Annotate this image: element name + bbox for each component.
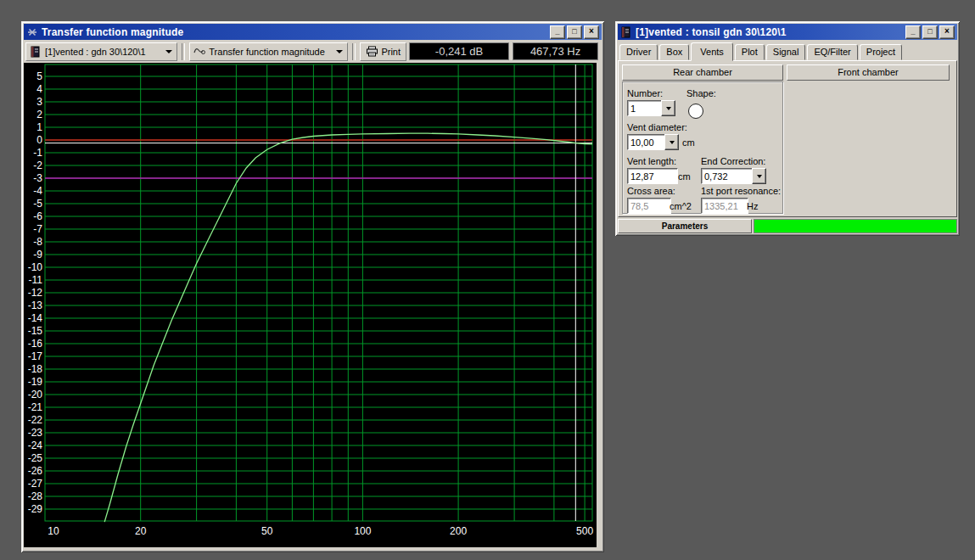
y-tick-label: -8 <box>33 236 42 248</box>
end-correction-field[interactable]: 0,732 <box>701 168 757 184</box>
transfer-function-window: Transfer function magnitude _ □ × [1]ven… <box>21 21 604 552</box>
project-book-icon <box>30 46 42 58</box>
y-tick-label: -20 <box>28 389 43 400</box>
y-tick-label: -17 <box>28 350 43 362</box>
y-tick-label: -21 <box>28 401 43 413</box>
y-tick-label: -9 <box>33 249 42 260</box>
y-tick-label: -28 <box>28 490 43 502</box>
chart-window-titlebar[interactable]: Transfer function magnitude _ □ × <box>24 24 602 40</box>
params-statusbar: Parameters <box>618 219 957 233</box>
project-book-icon <box>620 26 632 38</box>
vent-length-label: Vent length: <box>627 156 676 166</box>
vent-length-unit: cm <box>678 171 691 182</box>
vent-shape-circle-indicator[interactable] <box>688 104 703 119</box>
cross-area-unit: cm^2 <box>670 201 692 211</box>
close-button[interactable]: × <box>584 25 599 39</box>
toolbar-separator <box>182 43 185 60</box>
crosshair-star-icon <box>26 26 38 38</box>
y-tick-label: 3 <box>36 96 42 108</box>
y-tick-label: 5 <box>36 70 42 82</box>
params-tabstrip: Driver Box Vents Plot Signal EQ/Filter P… <box>618 40 957 60</box>
y-tick-label: -10 <box>28 261 43 273</box>
port-resonance-unit: Hz <box>747 201 758 211</box>
maximize-button[interactable]: □ <box>922 25 938 39</box>
x-tick-label: 10 <box>48 525 59 537</box>
close-button[interactable]: × <box>939 25 955 39</box>
y-tick-label: -5 <box>33 198 42 210</box>
project-selector-value: [1]vented : gdn 30\120\1 <box>45 47 160 57</box>
plot-type-dropdown[interactable]: Transfer function magnitude <box>189 42 348 61</box>
transfer-function-chart[interactable]: 543210-1-2-3-4-5-6-7-8-9-10-11-12-13-14-… <box>24 63 597 547</box>
cross-area-field: 78,5 <box>627 198 671 214</box>
y-tick-label: -14 <box>28 312 43 324</box>
params-window-titlebar[interactable]: [1]vented : tonsil gdn 30\120\1 _ □ × <box>618 24 957 40</box>
params-window-title: [1]vented : tonsil gdn 30\120\1 <box>636 26 902 38</box>
tab-eq-filter[interactable]: EQ/Filter <box>807 44 857 60</box>
rear-chamber-button[interactable]: Rear chamber <box>622 64 783 81</box>
y-tick-label: -7 <box>33 223 42 235</box>
tab-plot[interactable]: Plot <box>735 44 765 60</box>
project-selector-dropdown[interactable]: [1]vented : gdn 30\120\1 <box>25 42 177 61</box>
y-tick-label: -23 <box>28 427 43 439</box>
y-tick-label: -12 <box>28 287 43 299</box>
minimize-button[interactable]: _ <box>550 25 565 39</box>
y-tick-label: -4 <box>33 185 42 197</box>
progress-bar <box>754 219 957 233</box>
print-label: Print <box>381 47 401 57</box>
end-correction-dropdown-button[interactable] <box>752 168 766 184</box>
y-tick-label: -1 <box>33 147 42 159</box>
y-tick-label: -29 <box>28 503 43 515</box>
y-tick-label: 2 <box>36 109 42 120</box>
cursor-hz-readout: 467,73 Hz <box>513 42 598 60</box>
x-tick-label: 20 <box>135 525 147 537</box>
y-tick-label: -6 <box>33 210 42 222</box>
vent-diameter-dropdown-button[interactable] <box>664 134 679 150</box>
vent-length-field[interactable]: 12,87 <box>627 168 678 184</box>
vent-diameter-field[interactable]: 10,00 <box>627 134 670 150</box>
y-tick-label: -24 <box>28 440 43 451</box>
tab-driver[interactable]: Driver <box>619 44 658 60</box>
y-tick-label: 4 <box>36 83 42 95</box>
minimize-button[interactable]: _ <box>905 25 921 39</box>
print-button[interactable]: Print <box>360 42 406 61</box>
plot-type-value: Transfer function magnitude <box>209 47 330 57</box>
chevron-down-icon <box>165 50 172 53</box>
y-tick-label: -25 <box>28 452 43 464</box>
tab-box[interactable]: Box <box>659 44 689 60</box>
vent-diameter-label: Vent diameter: <box>627 122 687 132</box>
port-resonance-label: 1st port resonance: <box>701 186 781 196</box>
chevron-down-icon <box>336 50 343 53</box>
desktop: { "chart_window": { "title": "Transfer f… <box>0 0 975 560</box>
toolbar-separator <box>352 43 356 60</box>
y-tick-label: 0 <box>36 134 42 146</box>
y-tick-label: -26 <box>28 465 43 477</box>
x-tick-label: 100 <box>354 525 371 537</box>
y-tick-label: -27 <box>28 478 43 490</box>
y-tick-label: -2 <box>33 160 42 171</box>
y-tick-label: -16 <box>28 338 43 350</box>
y-tick-label: -22 <box>28 414 43 426</box>
vent-number-dropdown-button[interactable] <box>661 100 675 116</box>
x-tick-label: 50 <box>261 525 273 537</box>
waveform-icon <box>193 46 205 58</box>
shape-label: Shape: <box>686 88 716 98</box>
y-tick-label: -11 <box>29 274 43 286</box>
tab-vents[interactable]: Vents <box>691 42 733 61</box>
maximize-button[interactable]: □ <box>567 25 582 39</box>
x-tick-label: 200 <box>450 525 467 537</box>
chart-window-title: Transfer function magnitude <box>42 26 546 38</box>
front-chamber-button[interactable]: Front chamber <box>787 64 950 81</box>
y-tick-label: -18 <box>28 363 43 375</box>
tab-signal[interactable]: Signal <box>766 44 806 60</box>
cursor-db-readout: -0,241 dB <box>409 42 509 60</box>
cursor-readouts: -0,241 dB 467,73 Hz <box>409 42 598 60</box>
y-tick-label: -13 <box>28 300 43 311</box>
number-label: Number: <box>627 88 663 98</box>
y-tick-label: -3 <box>33 172 42 184</box>
tab-project[interactable]: Project <box>860 44 902 60</box>
vents-tab-panel: Rear chamber Front chamber Number: 1 Sha… <box>618 60 957 217</box>
parameters-button[interactable]: Parameters <box>618 219 752 233</box>
vent-diameter-unit: cm <box>682 137 695 148</box>
printer-icon <box>366 46 378 58</box>
x-tick-label: 500 <box>576 525 593 537</box>
